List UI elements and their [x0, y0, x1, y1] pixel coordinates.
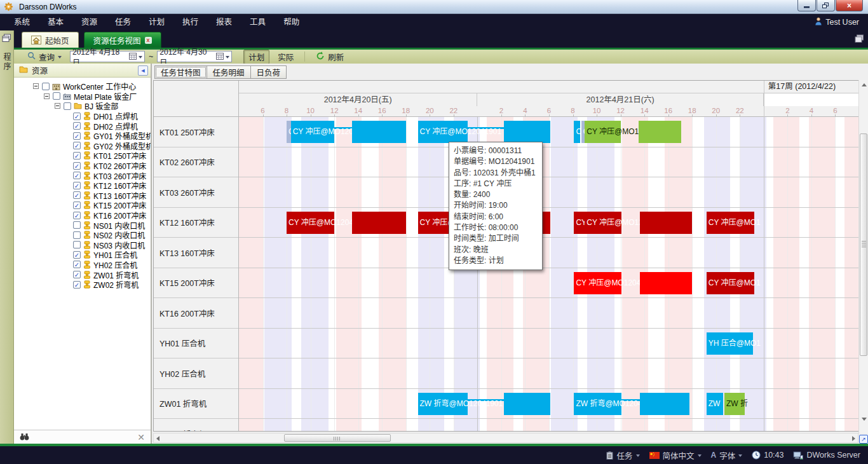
menu-item-3[interactable]: 资源: [72, 14, 106, 31]
tree-expander-icon[interactable]: [33, 83, 39, 89]
gantt-task-bar[interactable]: ZW 折弯@MO12041901: [574, 393, 621, 415]
view-tab-1[interactable]: 任务甘特图: [154, 65, 207, 79]
close-icon[interactable]: ✕: [137, 432, 145, 442]
gantt-task-bar[interactable]: CY 冲: [574, 212, 585, 234]
gantt-task-bar[interactable]: C: [287, 121, 291, 143]
horizontal-scroll-thumb[interactable]: [284, 434, 391, 442]
view-tab-3[interactable]: 日负荷: [251, 65, 287, 79]
tree-item[interactable]: ✓KT03 260T冲床: [14, 170, 151, 181]
gantt-task-bar[interactable]: YH 压合@MO1: [707, 332, 753, 355]
tree-checkbox[interactable]: ✓: [73, 162, 81, 170]
menu-item-1[interactable]: 系统: [5, 14, 39, 31]
scroll-down-icon[interactable]: [862, 418, 867, 421]
gantt-task-bar[interactable]: [504, 121, 550, 143]
window-list-icon[interactable]: [855, 34, 864, 46]
view-tab-2[interactable]: 任务明细: [207, 65, 251, 79]
tree-checkbox[interactable]: [64, 102, 71, 110]
tree-checkbox[interactable]: ✓: [73, 261, 81, 268]
gantt-task-bar[interactable]: [352, 212, 405, 234]
tree-checkbox[interactable]: [73, 241, 81, 249]
tree-item[interactable]: ✓DH02 点焊机: [14, 121, 151, 131]
tree-checkbox[interactable]: ✓: [73, 113, 81, 120]
tree-item[interactable]: Metal Plate 钣金厂: [14, 92, 151, 102]
tree-item[interactable]: ✓KT02 260T冲床: [14, 161, 151, 171]
tree-checkbox[interactable]: ✓: [73, 281, 81, 289]
tree-item[interactable]: NS03 内收口机: [14, 240, 151, 250]
menu-item-6[interactable]: 执行: [173, 14, 207, 31]
tree-item[interactable]: WorkCenter 工作中心: [14, 81, 151, 92]
status-item-5[interactable]: DWorks Server: [793, 451, 860, 460]
tree-checkbox[interactable]: ✓: [73, 172, 81, 179]
actual-toggle-button[interactable]: 实际: [273, 50, 298, 64]
tree-checkbox[interactable]: [73, 231, 81, 239]
query-button[interactable]: 查询: [23, 50, 66, 64]
gantt-task-bar[interactable]: [504, 393, 550, 415]
status-item-2[interactable]: 简体中文: [649, 449, 702, 461]
scroll-left-icon[interactable]: [156, 436, 159, 441]
program-side-strip[interactable]: 程序: [0, 31, 14, 444]
menu-item-9[interactable]: 帮助: [275, 14, 308, 31]
expand-view-button[interactable]: ↗: [859, 435, 868, 444]
menu-item-5[interactable]: 计划: [140, 14, 173, 31]
gantt-task-bar[interactable]: ZW: [707, 393, 723, 415]
tree-item[interactable]: ✓KT01 250T冲床: [14, 151, 151, 161]
date-from-input[interactable]: 2012年 4月18日: [70, 51, 145, 62]
restore-button[interactable]: [817, 0, 835, 11]
collapse-sidebar-button[interactable]: ◄: [138, 65, 148, 76]
tree-checkbox[interactable]: ✓: [73, 251, 81, 259]
tree-item[interactable]: ✓KT12 160T冲床: [14, 181, 151, 191]
tree-item[interactable]: NS02 内收口机: [14, 230, 151, 240]
tree-expander-icon[interactable]: [44, 93, 50, 99]
gantt-task-bar[interactable]: ZW 折弯@MO12041901: [418, 393, 468, 415]
minimize-button[interactable]: [797, 0, 816, 11]
horizontal-scrollbar[interactable]: [153, 433, 858, 443]
tree-item[interactable]: ✓YH02 压合机: [14, 260, 151, 270]
status-item-4[interactable]: 10:43: [752, 451, 783, 460]
vertical-scrollbar[interactable]: [858, 80, 868, 433]
gantt-task-bar[interactable]: CY 冲压@MO12041903: [574, 272, 621, 294]
tree-item[interactable]: ✓DH01 点焊机: [14, 111, 151, 121]
binoculars-icon[interactable]: [20, 432, 29, 443]
tree-checkbox[interactable]: [73, 221, 81, 229]
gantt-task-bar[interactable]: [640, 212, 693, 234]
gantt-task-bar[interactable]: CY 冲压@MO12041902: [585, 121, 620, 143]
date-to-input[interactable]: 2012年 4月30日: [157, 51, 232, 62]
close-button[interactable]: ×: [836, 0, 863, 11]
tree-item[interactable]: NS01 内收口机: [14, 220, 151, 230]
tree-item[interactable]: ✓KT13 160T冲床: [14, 191, 151, 201]
tree-item[interactable]: ✓ZW02 折弯机: [14, 280, 151, 290]
tree-checkbox[interactable]: ✓: [73, 271, 81, 278]
tree-item[interactable]: ✓KT16 200T冲床: [14, 210, 151, 221]
tree-checkbox[interactable]: ✓: [73, 152, 81, 160]
gantt-task-bar[interactable]: CY 冲压@MO12041904: [287, 212, 334, 234]
tree-item[interactable]: BJ 钣金部: [14, 101, 151, 111]
scroll-up-icon[interactable]: [862, 83, 867, 86]
gantt-task-bar[interactable]: CY 冲压@MO12041904: [585, 212, 621, 234]
tree-item[interactable]: ✓GY02 外桶成型机: [14, 141, 151, 151]
vertical-scroll-thumb[interactable]: [860, 133, 867, 356]
refresh-button[interactable]: 刷新: [311, 50, 348, 64]
status-item-1[interactable]: 任务: [606, 449, 639, 461]
gantt-task-bar[interactable]: [639, 121, 682, 143]
tree-checkbox[interactable]: [53, 92, 60, 100]
menu-item-7[interactable]: 报表: [207, 14, 241, 31]
gantt-task-bar[interactable]: CY 冲压@MO12041901: [291, 121, 335, 143]
gantt-task-bar[interactable]: [640, 393, 690, 415]
tree-checkbox[interactable]: ✓: [73, 122, 81, 130]
menu-item-4[interactable]: 任务: [106, 14, 140, 31]
gantt-task-bar[interactable]: [352, 121, 405, 143]
tree-item[interactable]: ✓GY01 外桶成型机: [14, 131, 151, 141]
menu-item-8[interactable]: 工具: [241, 14, 275, 31]
tab-close-icon[interactable]: x: [145, 37, 152, 44]
tree-checkbox[interactable]: ✓: [73, 142, 81, 149]
tab-home[interactable]: 起始页: [22, 32, 79, 48]
tree-item[interactable]: ✓ZW01 折弯机: [14, 270, 151, 280]
tree-checkbox[interactable]: ✓: [73, 132, 81, 140]
menu-item-2[interactable]: 基本: [39, 14, 72, 31]
tree-expander-icon[interactable]: [55, 103, 60, 109]
tree-checkbox[interactable]: ✓: [73, 212, 81, 219]
gantt-task-bar[interactable]: [640, 272, 693, 294]
status-item-3[interactable]: A字体: [711, 449, 743, 461]
tree-checkbox[interactable]: ✓: [73, 201, 81, 209]
tree-checkbox[interactable]: ✓: [73, 191, 81, 199]
